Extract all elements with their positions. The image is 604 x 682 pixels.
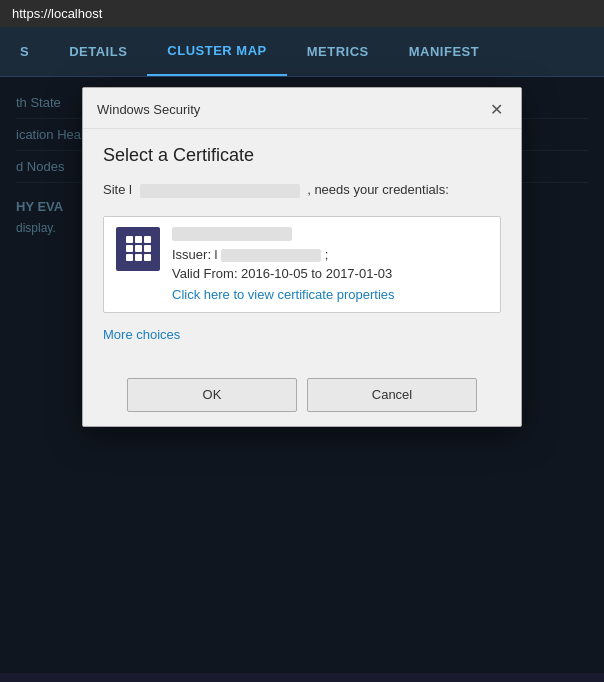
cert-view-link[interactable]: Click here to view certificate propertie… (172, 287, 488, 302)
dialog-titlebar: Windows Security ✕ (83, 88, 521, 129)
nav-item-manifest[interactable]: MANIFEST (389, 27, 499, 76)
cert-details: Issuer: l ; Valid From: 2016-10-05 to 20… (172, 227, 488, 302)
browser-url: https://localhost (12, 6, 102, 21)
cert-dot-8 (135, 254, 142, 261)
cancel-button[interactable]: Cancel (307, 378, 477, 412)
certificate-card[interactable]: Issuer: l ; Valid From: 2016-10-05 to 20… (103, 216, 501, 313)
dialog-body: Select a Certificate Site l , needs your… (83, 129, 521, 370)
cert-dot-2 (135, 236, 142, 243)
cert-dot-4 (126, 245, 133, 252)
nav-label-metrics: METRICS (307, 44, 369, 59)
dialog-title: Windows Security (97, 102, 200, 117)
nav-item-cluster-map[interactable]: CLUSTER MAP (147, 27, 286, 76)
cert-dot-5 (135, 245, 142, 252)
site-needs-prefix: Site l (103, 182, 132, 197)
cert-issuer-label: Issuer: l (172, 247, 218, 262)
content-area: th State ication Health State d Nodes HY… (0, 77, 604, 673)
cert-issuer-value-bar (221, 249, 321, 262)
cert-dot-9 (144, 254, 151, 261)
cert-dot-6 (144, 245, 151, 252)
browser-bar: https://localhost (0, 0, 604, 27)
cert-issuer: Issuer: l ; (172, 247, 488, 262)
cert-issuer-colon: ; (325, 247, 329, 262)
cert-icon-grid (126, 236, 151, 261)
more-choices-link[interactable]: More choices (103, 327, 180, 342)
nav-label-manifest: MANIFEST (409, 44, 479, 59)
nav-item-metrics[interactable]: METRICS (287, 27, 389, 76)
cert-valid-date: Valid From: 2016-10-05 to 2017-01-03 (172, 266, 488, 281)
cert-dot-3 (144, 236, 151, 243)
cert-name-bar (172, 227, 292, 241)
site-needs-text: Site l , needs your credentials: (103, 180, 501, 200)
cert-icon (116, 227, 160, 271)
dialog-heading: Select a Certificate (103, 145, 501, 166)
nav-bar: S DETAILS CLUSTER MAP METRICS MANIFEST (0, 27, 604, 77)
nav-label-details: DETAILS (69, 44, 127, 59)
cert-dot-7 (126, 254, 133, 261)
nav-item-details[interactable]: DETAILS (49, 27, 147, 76)
nav-label-s: S (20, 44, 29, 59)
dialog-close-button[interactable]: ✕ (485, 98, 507, 120)
site-needs-suffix: , needs your credentials: (307, 182, 449, 197)
cert-dot-1 (126, 236, 133, 243)
modal-overlay: Windows Security ✕ Select a Certificate … (0, 77, 604, 673)
ok-button[interactable]: OK (127, 378, 297, 412)
windows-security-dialog: Windows Security ✕ Select a Certificate … (82, 87, 522, 427)
dialog-footer: OK Cancel (83, 370, 521, 426)
nav-label-cluster-map: CLUSTER MAP (167, 43, 266, 58)
nav-item-s[interactable]: S (0, 27, 49, 76)
